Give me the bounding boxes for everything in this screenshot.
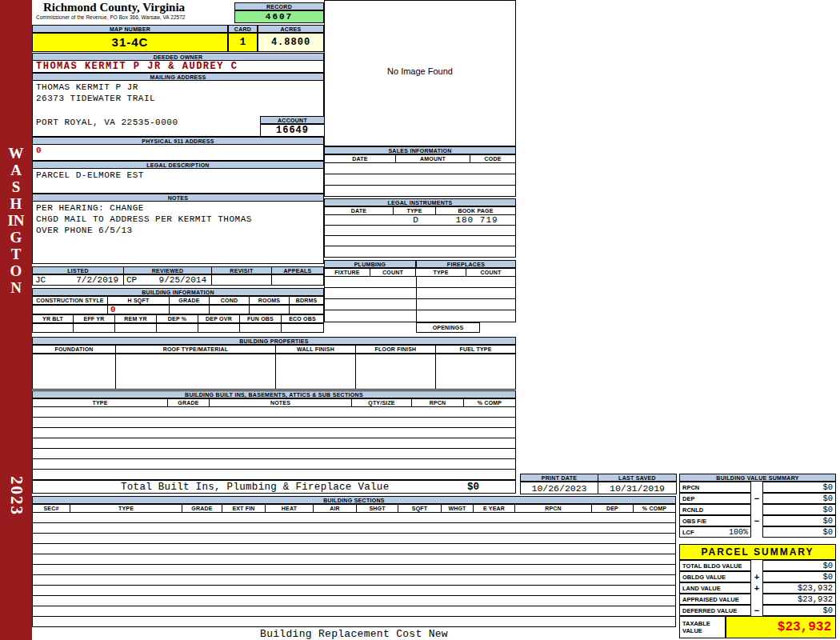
taxable-label-cell: TAXABLE VALUE bbox=[679, 616, 726, 638]
listed-date: 7/2/2019 bbox=[76, 275, 118, 285]
footer-text: Building Replacement Cost New bbox=[32, 628, 676, 640]
notes-header: NOTES bbox=[32, 194, 324, 202]
building-value-summary-header: BUILDING VALUE SUMMARY bbox=[679, 474, 836, 482]
parcel-summary-header: PARCEL SUMMARY bbox=[679, 544, 836, 560]
card-header: CARD bbox=[228, 25, 258, 33]
empty-row bbox=[325, 226, 515, 236]
plumbing-header: PLUMBING bbox=[324, 260, 416, 268]
ps-taxable-value: $23,932 bbox=[726, 616, 836, 638]
built-ins-col-qty: QTY/SIZE bbox=[352, 398, 412, 407]
empty-row bbox=[33, 449, 515, 459]
bs-col-comp: % COMP bbox=[634, 504, 676, 513]
mailing-line-3: PORT ROYAL, VA 22535-0000 bbox=[36, 118, 178, 127]
sales-col-amount: AMOUNT bbox=[396, 154, 470, 163]
fun-obs-value bbox=[240, 323, 282, 333]
revisit-header: REVISIT bbox=[212, 266, 272, 274]
bvs-rpcn-value: $0 bbox=[762, 482, 836, 493]
legal-row-type: D bbox=[394, 215, 437, 225]
built-ins-columns: TYPE GRADE NOTES QTY/SIZE RPCN % COMP bbox=[32, 398, 516, 407]
ps-row-total-bldg: TOTAL BLDG VALUE $0 bbox=[679, 560, 836, 571]
built-ins-empty-rows bbox=[32, 407, 516, 480]
construction-style-value bbox=[32, 305, 108, 314]
state-vertical-label: WASHINGTON bbox=[7, 145, 25, 296]
ps-appraised-op bbox=[751, 594, 762, 605]
bvs-obs-value: $0 bbox=[762, 515, 836, 526]
legal-description-value: PARCEL D-ELMORE EST bbox=[32, 169, 324, 194]
col-fuel-type: FUEL TYPE bbox=[436, 345, 516, 354]
ps-appraised-value: $23,932 bbox=[762, 594, 836, 605]
map-number-value: 31-4C bbox=[32, 33, 228, 52]
dep-ovr-value bbox=[198, 323, 240, 333]
card-value: 1 bbox=[228, 33, 258, 52]
record-value: 4607 bbox=[234, 10, 324, 23]
building-info-columns-bottom: YR BLT EFF YR REM YR DEP % DEP OVR FUN O… bbox=[32, 314, 324, 323]
empty-row bbox=[33, 513, 675, 523]
empty-row bbox=[325, 236, 515, 246]
openings-cell: OPENINGS bbox=[416, 322, 480, 333]
yr-blt-value bbox=[32, 323, 74, 333]
ps-row-obldg: OBLDG VALUE + $0 bbox=[679, 571, 836, 582]
notes-line-3: OVER PHONE 6/5/13 bbox=[36, 226, 133, 235]
notes-line-1: PER HEARING: CHANGE bbox=[36, 203, 144, 213]
sales-columns-row: DATE AMOUNT CODE bbox=[324, 154, 516, 163]
col-yr-blt: YR BLT bbox=[32, 314, 74, 323]
legal-instrument-row: D 180 719 bbox=[325, 215, 515, 226]
h-sqft-value: 0 bbox=[108, 305, 170, 314]
deeded-owner-value: THOMAS KERMIT P JR & AUDREY C bbox=[32, 61, 324, 73]
built-ins-total-label: Total Built Ins, Plumbing & Fireplace Va… bbox=[121, 482, 389, 493]
bvs-dep-value: $0 bbox=[762, 493, 836, 504]
rooms-value bbox=[250, 305, 290, 314]
print-date-value: 10/26/2023 bbox=[520, 482, 598, 494]
empty-row bbox=[325, 163, 515, 174]
wall-finish-value bbox=[276, 354, 356, 390]
building-properties-columns: FOUNDATION ROOF TYPE/MATERIAL WALL FINIS… bbox=[32, 345, 516, 354]
legal-col-type: TYPE bbox=[394, 206, 436, 215]
bvs-lcf-pct: 100% bbox=[729, 528, 748, 537]
appeals-header: APPEALS bbox=[272, 266, 324, 274]
col-wall-finish: WALL FINISH bbox=[276, 345, 356, 354]
bs-col-sqft: SQFT bbox=[398, 504, 442, 513]
bs-col-shgt: SHGT bbox=[357, 504, 398, 513]
ps-land-value: $23,932 bbox=[762, 582, 836, 594]
sidebar-state-block: WASHINGTON bbox=[0, 108, 32, 332]
building-sections-empty-rows bbox=[32, 513, 676, 627]
col-bdrms: BDRMS bbox=[290, 296, 324, 305]
sidebar-year-block: 2023 bbox=[0, 458, 32, 534]
legal-row-bookpage: 180 719 bbox=[437, 215, 517, 225]
empty-row bbox=[33, 534, 675, 544]
record-header: RECORD bbox=[234, 2, 324, 10]
building-sections-header: BUILDING SECTIONS bbox=[32, 496, 676, 504]
review-labels-row: LISTED REVIEWED REVISIT APPEALS bbox=[32, 266, 324, 274]
bs-col-grade: GRADE bbox=[182, 504, 222, 513]
bs-col-sec: SEC# bbox=[32, 504, 70, 513]
built-ins-col-comp: % COMP bbox=[464, 398, 516, 407]
listed-by: JC bbox=[35, 275, 46, 285]
building-info-columns-top: CONSTRUCTION STYLE H SQFT GRADE COND ROO… bbox=[32, 296, 324, 305]
bvs-lcf-value: $0 bbox=[762, 526, 836, 538]
empty-row bbox=[33, 418, 515, 428]
bs-col-heat: HEAT bbox=[266, 504, 314, 513]
bs-col-air: AIR bbox=[314, 504, 357, 513]
empty-row bbox=[33, 554, 675, 565]
empty-row bbox=[325, 174, 515, 186]
reviewed-header: REVIEWED bbox=[124, 266, 212, 274]
col-eco-obs: ECO OBS bbox=[282, 314, 324, 323]
fireplaces-col-type: TYPE bbox=[416, 268, 466, 277]
bvs-dep-label: DEP bbox=[682, 495, 694, 502]
plumbing-fireplaces-columns-row: FIXTURE COUNT TYPE COUNT bbox=[324, 268, 516, 277]
no-image-text: No Image Found bbox=[325, 66, 515, 76]
mailing-address-box: THOMAS KERMIT P JR 26373 TIDEWATER TRAIL… bbox=[32, 81, 324, 137]
plumbing-fireplaces-rows bbox=[324, 277, 516, 322]
print-info-headers: PRINT DATE LAST SAVED bbox=[520, 474, 677, 482]
grade-value bbox=[170, 305, 210, 314]
appeals-value bbox=[272, 274, 324, 286]
ps-obldg-value: $0 bbox=[762, 571, 836, 582]
building-properties-header: BUILDING PROPERTIES bbox=[32, 337, 516, 345]
col-cond: COND bbox=[210, 296, 250, 305]
ps-obldg-label: OBLDG VALUE bbox=[682, 574, 726, 581]
sales-col-code: CODE bbox=[470, 154, 516, 163]
fireplaces-col-count: COUNT bbox=[466, 268, 516, 277]
plumbing-col-fixture: FIXTURE bbox=[324, 268, 370, 277]
empty-row bbox=[325, 246, 515, 258]
bvs-lcf-label: LCF bbox=[682, 529, 694, 536]
